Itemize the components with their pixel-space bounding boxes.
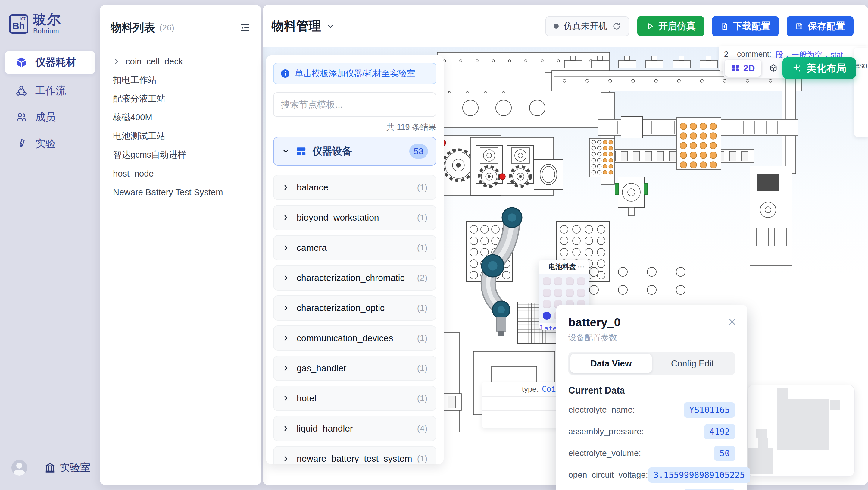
template-hint-text: 单击模板添加仪器/耗材至实验室 — [295, 68, 415, 79]
template-item-label: balance — [297, 182, 417, 193]
tray-slot-selected[interactable] — [543, 312, 551, 320]
material-list-item[interactable]: 电池测试工站 — [100, 127, 261, 146]
sidebar-item-instruments[interactable]: 仪器耗材 — [4, 51, 95, 74]
download-config-label: 下载配置 — [733, 20, 770, 33]
template-item-count: (1) — [417, 213, 427, 222]
template-panel: 单击模板添加仪器/耗材至实验室 共 119 条结果 仪器设备 53 balanc… — [266, 55, 444, 464]
material-list-item[interactable]: 扣电工作站 — [100, 71, 261, 89]
material-label: 配液分液工站 — [113, 93, 165, 105]
material-list-item[interactable]: coin_cell_deck — [100, 52, 261, 71]
tray-slot[interactable] — [543, 300, 551, 308]
download-file-icon — [720, 22, 729, 30]
template-item-balance[interactable]: balance(1) — [273, 175, 436, 200]
template-item-count: (1) — [417, 243, 427, 253]
material-list-item[interactable]: 智达gcms自动进样 — [100, 146, 261, 164]
chevron-right-icon — [282, 335, 289, 342]
template-item-gas_handler[interactable]: gas_handler(1) — [273, 355, 436, 381]
chevron-right-icon[interactable] — [113, 58, 121, 65]
sidebar-item-label: 成员 — [35, 110, 56, 124]
right-edge-panel[interactable]: esou — [854, 48, 868, 137]
simulation-status-pill[interactable]: 仿真未开机 — [545, 16, 629, 36]
view-2d-tab[interactable]: 2D — [725, 60, 762, 77]
sidebar-item-label: 仪器耗材 — [35, 55, 76, 69]
tray-slot[interactable] — [543, 289, 551, 297]
tab-data-view[interactable]: Data View — [570, 354, 652, 373]
template-item-count: (1) — [417, 454, 427, 463]
material-list-item[interactable]: 配液分液工站 — [100, 89, 261, 108]
chevron-right-icon — [282, 365, 289, 372]
brand-logo: 107 Bh 玻尔 Bohrium — [9, 13, 61, 35]
template-item-liquid_handler[interactable]: liquid_handler(4) — [273, 416, 436, 441]
sidebar-item-workflow[interactable]: 工作流 — [4, 79, 95, 103]
user-avatar[interactable] — [11, 460, 27, 475]
lab-switcher-label: 实验室 — [60, 461, 90, 474]
beautify-layout-label: 美化布局 — [807, 61, 846, 75]
template-item-hotel[interactable]: hotel(1) — [273, 386, 436, 411]
material-label: Neware Battery Test System — [113, 188, 223, 197]
template-item-label: gas_handler — [297, 363, 417, 373]
template-item-characterization_optic[interactable]: characterization_optic(1) — [273, 295, 436, 321]
download-config-button[interactable]: 下载配置 — [712, 16, 779, 36]
minimap[interactable] — [747, 384, 855, 477]
page-title: 物料管理 — [272, 18, 321, 34]
type-value: Coi — [542, 384, 556, 394]
chevron-right-icon — [282, 395, 289, 402]
sidebar-item-members[interactable]: 成员 — [4, 106, 95, 129]
template-item-count: (1) — [417, 364, 427, 373]
material-list-item[interactable]: Neware Battery Test System — [100, 183, 261, 202]
tray-slot[interactable] — [577, 289, 585, 297]
tray-slot[interactable] — [543, 277, 551, 285]
data-rows: electrolyte_name:YS101165assembly_pressu… — [568, 399, 735, 490]
template-item-neware_battery_test_system[interactable]: neware_battery_test_system(1) — [273, 446, 436, 464]
tray-slot[interactable] — [566, 289, 574, 297]
start-simulation-label: 开启仿真 — [658, 20, 696, 33]
tray-slot[interactable] — [566, 277, 574, 285]
close-icon[interactable] — [727, 317, 737, 328]
refresh-icon[interactable] — [612, 22, 621, 31]
chevron-right-icon — [282, 455, 289, 462]
template-item-label: neware_battery_test_system — [297, 454, 417, 464]
chevron-down-icon — [282, 147, 290, 155]
beautify-layout-button[interactable]: 美化布局 — [782, 57, 856, 79]
template-item-characterization_chromatic[interactable]: characterization_chromatic(2) — [273, 265, 436, 290]
template-item-count: (4) — [417, 424, 427, 433]
page-title-dropdown[interactable]: 物料管理 — [272, 18, 335, 34]
layout-icon — [296, 146, 306, 156]
start-simulation-button[interactable]: 开启仿真 — [637, 16, 704, 36]
brand-symbol: Bh — [12, 21, 25, 32]
sidebar-item-label: 工作流 — [35, 84, 66, 98]
category-instruments[interactable]: 仪器设备 53 — [273, 137, 436, 166]
sidebar-item-experiments[interactable]: 实验 — [4, 132, 95, 155]
template-list: balance(1)bioyond_workstation(1)camera(1… — [273, 175, 436, 464]
materials-count: (26) — [159, 23, 175, 33]
category-label: 仪器设备 — [312, 145, 403, 158]
collapse-panel-icon[interactable] — [240, 22, 251, 33]
tray-slot[interactable] — [577, 277, 585, 285]
data-value-pill: 3.1559998989105225 — [648, 467, 750, 483]
tab-config-edit[interactable]: Config Edit — [652, 354, 733, 373]
template-item-communication_devices[interactable]: communication_devices(1) — [273, 325, 436, 351]
tray-slot[interactable] — [554, 289, 562, 297]
data-row: assembly_pressure:4192 — [568, 421, 735, 442]
data-value-pill: YS101165 — [684, 402, 735, 418]
more-options-icon[interactable]: ⋯ — [577, 262, 586, 271]
template-item-camera[interactable]: camera(1) — [273, 235, 436, 260]
template-item-label: hotel — [297, 393, 417, 404]
template-item-count: (1) — [417, 183, 427, 192]
material-label: 电池测试工站 — [113, 130, 165, 142]
building-icon — [44, 462, 55, 473]
material-list-item[interactable]: 核磁400M — [100, 108, 261, 127]
brand-name-cn: 玻尔 — [33, 13, 61, 26]
save-config-button[interactable]: 保存配置 — [787, 16, 854, 36]
template-item-label: characterization_optic — [297, 303, 417, 313]
tray-slot[interactable] — [554, 277, 562, 285]
template-item-bioyond_workstation[interactable]: bioyond_workstation(1) — [273, 205, 436, 230]
template-item-count: (1) — [417, 394, 427, 403]
category-count-badge: 53 — [409, 144, 428, 158]
material-label: 扣电工作站 — [113, 74, 157, 86]
template-search-input[interactable] — [273, 92, 436, 117]
lab-switcher[interactable]: 实验室 — [44, 461, 90, 474]
brand-name-en: Bohrium — [33, 27, 61, 35]
popup-title: battery_0 — [568, 316, 735, 329]
material-list-item[interactable]: host_node — [100, 164, 261, 183]
